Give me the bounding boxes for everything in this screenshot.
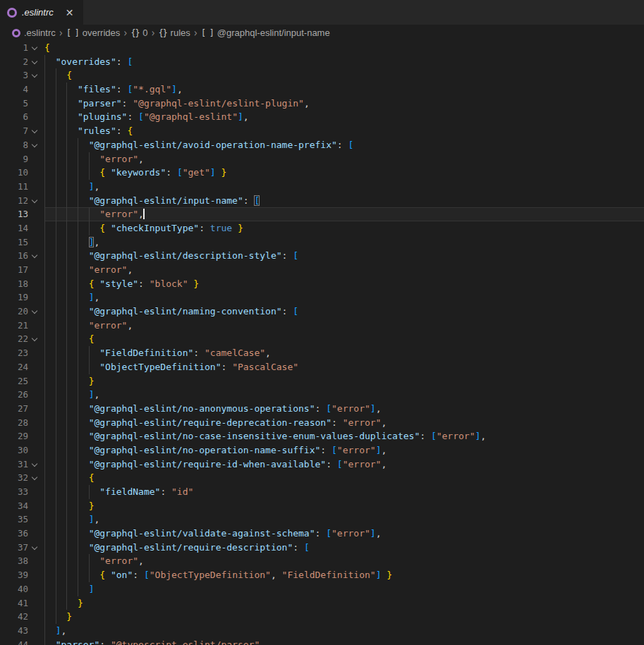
- code-line[interactable]: 13 "error",: [0, 207, 644, 221]
- code-content[interactable]: "error",: [44, 263, 644, 277]
- code-content[interactable]: {: [44, 68, 644, 82]
- code-line[interactable]: 3 {: [0, 68, 644, 82]
- code-line[interactable]: 36 "@graphql-eslint/validate-against-sch…: [0, 527, 644, 541]
- code-content[interactable]: "@graphql-eslint/naming-convention": [: [44, 305, 644, 319]
- code-line[interactable]: 40 ]: [0, 582, 644, 596]
- code-line[interactable]: 30 "@graphql-eslint/no-operation-name-su…: [0, 443, 644, 457]
- fold-chevron-icon[interactable]: [32, 252, 37, 258]
- code-content[interactable]: {: [44, 332, 644, 346]
- breadcrumb-item--graphql-eslint-input-name[interactable]: [ ]@graphql-eslint/input-name: [201, 27, 330, 38]
- fold-chevron-icon[interactable]: [32, 308, 37, 314]
- code-content[interactable]: "fieldName": "id": [44, 485, 644, 499]
- editor[interactable]: 1{2 "overrides": [3 {4 "files": ["*.gql"…: [0, 41, 644, 645]
- code-content[interactable]: "@graphql-eslint/avoid-operation-name-pr…: [44, 138, 644, 152]
- code-content[interactable]: ],: [44, 512, 644, 527]
- fold-chevron-icon[interactable]: [32, 336, 37, 341]
- tab-eslintrc[interactable]: .eslintrc ✕: [0, 0, 83, 25]
- code-line[interactable]: 17 "error",: [0, 263, 644, 277]
- code-line[interactable]: 11 ],: [0, 180, 644, 194]
- code-line[interactable]: 21 "error",: [0, 319, 644, 333]
- code-line[interactable]: 41 }: [0, 596, 644, 610]
- code-content[interactable]: }: [44, 374, 644, 388]
- code-line[interactable]: 6 "plugins": ["@graphql-eslint"],: [0, 110, 644, 124]
- code-content[interactable]: "plugins": ["@graphql-eslint"],: [44, 110, 644, 124]
- code-line[interactable]: 24 "ObjectTypeDefinition": "PascalCase": [0, 360, 644, 374]
- code-line[interactable]: 43 ],: [0, 624, 644, 638]
- code-line[interactable]: 4 "files": ["*.gql"],: [0, 82, 644, 97]
- code-content[interactable]: "@graphql-eslint/require-deprecation-rea…: [44, 416, 644, 430]
- fold-chevron-icon[interactable]: [32, 544, 37, 550]
- code-line[interactable]: 22 {: [0, 332, 644, 346]
- code-line[interactable]: 32 {: [0, 471, 644, 485]
- code-line[interactable]: 28 "@graphql-eslint/require-deprecation-…: [0, 416, 644, 430]
- code-content[interactable]: {: [44, 471, 644, 485]
- code-content[interactable]: "rules": {: [44, 124, 644, 138]
- fold-chevron-icon[interactable]: [32, 58, 37, 63]
- code-content[interactable]: "@graphql-eslint/require-description": [: [44, 541, 644, 555]
- fold-chevron-icon[interactable]: [32, 128, 37, 133]
- code-content[interactable]: "@graphql-eslint/no-anonymous-operations…: [44, 402, 644, 416]
- code-line[interactable]: 20 "@graphql-eslint/naming-convention": …: [0, 305, 644, 319]
- code-content[interactable]: ],: [44, 180, 644, 194]
- code-line[interactable]: 15 ],: [0, 235, 644, 250]
- code-line[interactable]: 12 "@graphql-eslint/input-name": [: [0, 194, 644, 208]
- code-content[interactable]: "ObjectTypeDefinition": "PascalCase": [44, 360, 644, 374]
- code-content[interactable]: }: [44, 610, 644, 624]
- code-line[interactable]: 8 "@graphql-eslint/avoid-operation-name-…: [0, 138, 644, 152]
- code-line[interactable]: 31 "@graphql-eslint/require-id-when-avai…: [0, 457, 644, 472]
- fold-chevron-icon[interactable]: [32, 197, 37, 202]
- breadcrumb-item-0[interactable]: {}0: [130, 27, 147, 38]
- close-icon[interactable]: ✕: [66, 8, 74, 18]
- code-content[interactable]: "error",: [44, 554, 644, 568]
- breadcrumb-item-rules[interactable]: {}rules: [159, 27, 190, 38]
- code-content[interactable]: ],: [44, 235, 644, 250]
- code-line[interactable]: 25 }: [0, 374, 644, 388]
- code-line[interactable]: 19 ],: [0, 290, 644, 305]
- fold-chevron-icon[interactable]: [32, 460, 37, 466]
- code-line[interactable]: 34 }: [0, 499, 644, 513]
- code-line[interactable]: 10 { "keywords": ["get"] }: [0, 166, 644, 180]
- fold-chevron-icon[interactable]: [32, 142, 37, 147]
- fold-chevron-icon[interactable]: [32, 72, 37, 78]
- fold-chevron-icon[interactable]: [32, 44, 37, 50]
- code-line[interactable]: 23 "FieldDefinition": "camelCase",: [0, 346, 644, 360]
- code-content[interactable]: "@graphql-eslint/input-name": [: [44, 194, 644, 208]
- code-line[interactable]: 33 "fieldName": "id": [0, 485, 644, 499]
- code-content[interactable]: "@graphql-eslint/description-style": [: [44, 249, 644, 263]
- code-content[interactable]: ]: [44, 582, 644, 596]
- code-content[interactable]: "error",: [44, 152, 644, 166]
- code-line[interactable]: 37 "@graphql-eslint/require-description"…: [0, 541, 644, 555]
- code-content[interactable]: ],: [44, 388, 644, 402]
- code-line[interactable]: 38 "error",: [0, 554, 644, 568]
- code-line[interactable]: 29 "@graphql-eslint/no-case-insensitive-…: [0, 429, 644, 443]
- code-content[interactable]: "@graphql-eslint/no-case-insensitive-enu…: [44, 429, 644, 443]
- code-line[interactable]: 9 "error",: [0, 152, 644, 166]
- code-line[interactable]: 39 { "on": ["ObjectTypeDefinition", "Fie…: [0, 568, 644, 582]
- breadcrumb-item--eslintrc[interactable]: .eslintrc: [12, 27, 56, 38]
- code-content[interactable]: }: [44, 596, 644, 610]
- fold-chevron-icon[interactable]: [32, 474, 37, 480]
- code-content[interactable]: "overrides": [: [44, 55, 644, 69]
- code-line[interactable]: 2 "overrides": [: [0, 55, 644, 69]
- code-line[interactable]: 18 { "style": "block" }: [0, 277, 644, 291]
- code-content[interactable]: { "keywords": ["get"] }: [44, 166, 644, 180]
- code-content[interactable]: "error",: [44, 319, 644, 333]
- code-content[interactable]: "error",: [44, 207, 644, 221]
- code-content[interactable]: ],: [44, 624, 644, 638]
- code-content[interactable]: ],: [44, 290, 644, 305]
- code-content[interactable]: "@graphql-eslint/no-operation-name-suffi…: [44, 443, 644, 457]
- code-content[interactable]: "@graphql-eslint/validate-against-schema…: [44, 527, 644, 541]
- code-content[interactable]: "FieldDefinition": "camelCase",: [44, 346, 644, 360]
- code-content[interactable]: "@graphql-eslint/require-id-when-availab…: [44, 457, 644, 472]
- code-content[interactable]: }: [44, 499, 644, 513]
- code-line[interactable]: 7 "rules": {: [0, 124, 644, 138]
- code-line[interactable]: 14 { "checkInputType": true }: [0, 221, 644, 235]
- code-content[interactable]: { "on": ["ObjectTypeDefinition", "FieldD…: [44, 568, 644, 582]
- code-content[interactable]: { "style": "block" }: [44, 277, 644, 291]
- code-line[interactable]: 5 "parser": "@graphql-eslint/eslint-plug…: [0, 97, 644, 111]
- code-line[interactable]: 26 ],: [0, 388, 644, 402]
- code-content[interactable]: "files": ["*.gql"],: [44, 82, 644, 97]
- code-line[interactable]: 16 "@graphql-eslint/description-style": …: [0, 249, 644, 263]
- breadcrumb-item-overrides[interactable]: [ ]overrides: [66, 27, 120, 38]
- code-content[interactable]: "parser": "@graphql-eslint/eslint-plugin…: [44, 97, 644, 111]
